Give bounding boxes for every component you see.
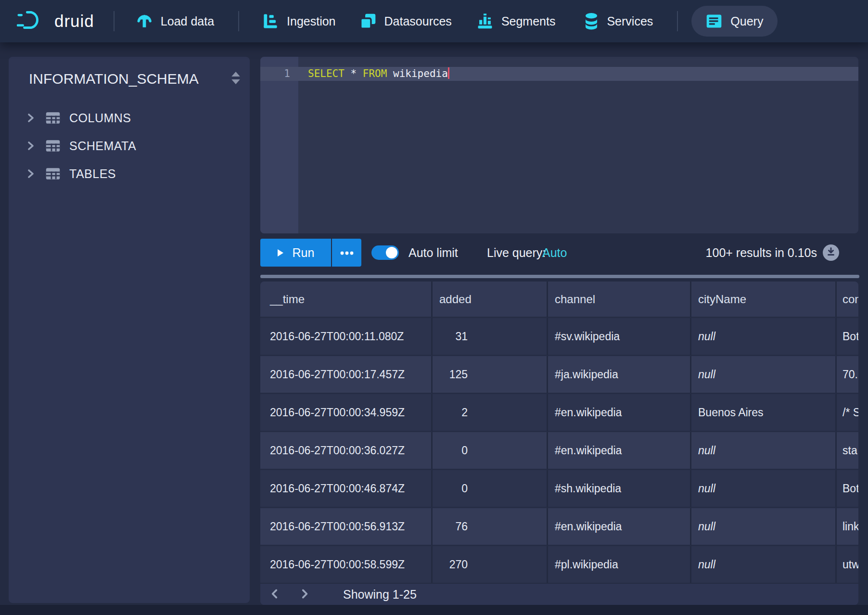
cell-channel[interactable]: #ja.wikipedia [548, 356, 691, 394]
table-row: 2016-06-27T00:00:58.599Z 270 #pl.wikiped… [260, 546, 858, 583]
nav-item-datasources[interactable]: Datasources [360, 13, 452, 29]
auto-limit-label: Auto limit [408, 239, 458, 267]
nav-item-label: Services [607, 14, 653, 28]
sidebar-item-schemata[interactable]: SCHEMATA [9, 132, 250, 160]
cell-comment[interactable]: sta [837, 432, 858, 470]
cell-added[interactable]: 0 [433, 432, 548, 470]
cell-cityname[interactable]: null [691, 318, 837, 356]
cell-time[interactable]: 2016-06-27T00:00:56.913Z [260, 508, 433, 546]
column-header-channel[interactable]: channel [548, 282, 691, 318]
druid-logo-icon [17, 9, 47, 34]
nav-item-label: Segments [501, 14, 556, 28]
cell-cityname[interactable]: null [691, 508, 837, 546]
download-icon [826, 247, 836, 258]
cell-cityname[interactable]: Buenos Aires [691, 394, 837, 432]
table-row: 2016-06-27T00:00:17.457Z 125 #ja.wikiped… [260, 356, 858, 394]
cell-cityname[interactable]: null [691, 356, 837, 394]
download-button[interactable] [823, 244, 839, 261]
run-button[interactable]: Run [260, 239, 331, 267]
cell-time[interactable]: 2016-06-27T00:00:46.874Z [260, 470, 433, 508]
cell-added[interactable]: 31 [433, 318, 548, 356]
cell-cityname[interactable]: null [691, 546, 837, 583]
navbar: druid Load data [0, 0, 868, 42]
cell-comment[interactable]: /* S [837, 394, 858, 432]
sidebar-item-label: COLUMNS [69, 111, 131, 125]
services-icon [584, 13, 599, 30]
cell-added[interactable]: 125 [433, 356, 548, 394]
cell-channel[interactable]: #en.wikipedia [548, 508, 691, 546]
brand-name: druid [54, 12, 94, 31]
sql-star: * [345, 68, 363, 79]
more-options-button[interactable] [332, 239, 361, 267]
cell-channel[interactable]: #sh.wikipedia [548, 470, 691, 508]
sidebar-item-tables[interactable]: TABLES [9, 160, 250, 188]
cell-time[interactable]: 2016-06-27T00:00:58.599Z [260, 546, 433, 583]
column-header-added[interactable]: added [433, 282, 548, 318]
nav-item-label: Ingestion [287, 14, 335, 28]
cell-channel[interactable]: #sv.wikipedia [548, 318, 691, 356]
schema-selector: INFORMATION_SCHEMA [9, 57, 250, 88]
chevron-right-icon [299, 588, 310, 601]
cell-channel[interactable]: #en.wikipedia [548, 432, 691, 470]
cell-added[interactable]: 270 [433, 546, 548, 583]
cell-comment[interactable]: utw [837, 546, 858, 583]
live-query-label: Live query: [487, 239, 546, 267]
results-summary: 100+ results in 0.10s [706, 239, 817, 267]
auto-limit-toggle[interactable] [371, 245, 399, 260]
datasources-icon [360, 13, 376, 29]
cell-comment[interactable]: Bot [837, 318, 858, 356]
schema-title: INFORMATION_SCHEMA [29, 71, 199, 87]
nav-separator [114, 11, 115, 31]
nav-item-services[interactable]: Services [584, 13, 653, 30]
sql-table-name: wikipedia [387, 68, 447, 79]
table-row: 2016-06-27T00:00:56.913Z 76 #en.wikipedi… [260, 508, 858, 546]
table-row: 2016-06-27T00:00:36.027Z 0 #en.wikipedia… [260, 432, 858, 470]
nav-item-query[interactable]: Query [691, 6, 778, 37]
cell-channel[interactable]: #pl.wikipedia [548, 546, 691, 583]
sidebar-item-columns[interactable]: COLUMNS [9, 104, 250, 132]
sidebar-item-label: SCHEMATA [69, 139, 136, 153]
cell-time[interactable]: 2016-06-27T00:00:11.080Z [260, 318, 433, 356]
cell-time[interactable]: 2016-06-27T00:00:17.457Z [260, 356, 433, 394]
splitter-handle[interactable] [260, 275, 859, 278]
nav-item-segments[interactable]: Segments [477, 13, 556, 29]
cell-time[interactable]: 2016-06-27T00:00:34.959Z [260, 394, 433, 432]
brand-logo[interactable]: druid [17, 9, 94, 34]
column-header-comment[interactable]: comment [837, 282, 858, 318]
nav-separator [238, 11, 239, 31]
cell-added[interactable]: 2 [433, 394, 548, 432]
column-header-time[interactable]: __time [260, 282, 433, 318]
druid-console: druid Load data [0, 0, 868, 615]
cell-added[interactable]: 0 [433, 470, 548, 508]
cell-added[interactable]: 76 [433, 508, 548, 546]
live-query-value[interactable]: Auto [542, 239, 567, 267]
showing-label: Showing 1-25 [343, 588, 417, 602]
cell-comment[interactable]: link [837, 508, 858, 546]
cell-comment[interactable]: 70. [837, 356, 858, 394]
schema-tree: COLUMNS SCHEMATA [9, 104, 250, 188]
column-header-cityname[interactable]: cityName [691, 282, 837, 318]
cell-comment[interactable]: Bot [837, 470, 858, 508]
results-table: __time added channel cityName comment 20… [260, 282, 858, 583]
nav-item-ingestion[interactable]: Ingestion [262, 13, 335, 29]
schema-sidebar: INFORMATION_SCHEMA [9, 57, 250, 603]
nav-item-label: Query [730, 14, 763, 28]
sql-editor[interactable]: 1 SELECT * FROM wikipedia [260, 57, 858, 233]
toggle-knob [386, 247, 397, 258]
table-icon [45, 111, 61, 125]
chevron-right-icon [26, 168, 36, 179]
cell-cityname[interactable]: null [691, 470, 837, 508]
cell-time[interactable]: 2016-06-27T00:00:36.027Z [260, 432, 433, 470]
cell-cityname[interactable]: null [691, 432, 837, 470]
play-icon [277, 246, 284, 260]
nav-item-load-data[interactable]: Load data [136, 13, 214, 29]
sql-keyword-select: SELECT [308, 68, 345, 79]
nav-separator [677, 11, 678, 31]
caret-sort-icon[interactable] [229, 70, 243, 88]
table-header-row: __time added channel cityName comment [260, 282, 858, 318]
next-page-button[interactable] [295, 585, 314, 604]
previous-page-button[interactable] [265, 585, 284, 604]
editor-gutter [260, 57, 298, 233]
table-row: 2016-06-27T00:00:11.080Z 31 #sv.wikipedi… [260, 318, 858, 356]
cell-channel[interactable]: #en.wikipedia [548, 394, 691, 432]
